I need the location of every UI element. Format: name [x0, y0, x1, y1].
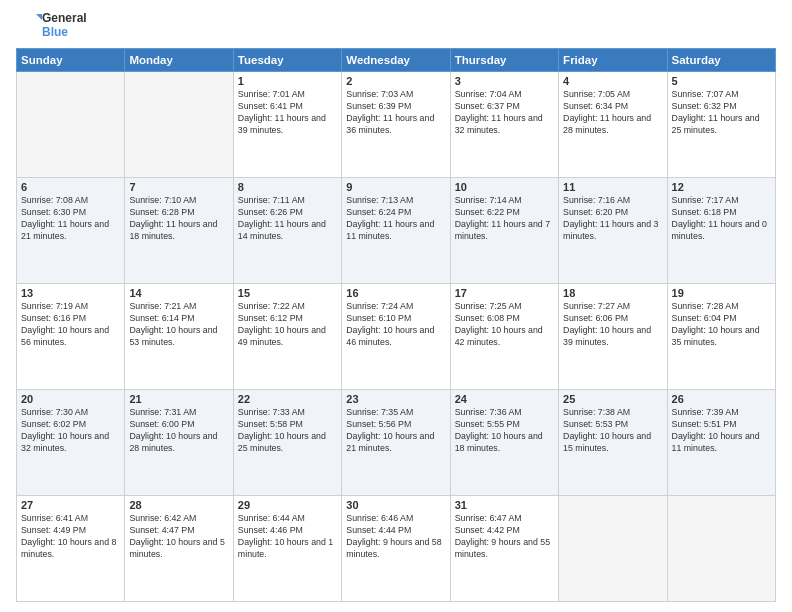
calendar-cell: 31Sunrise: 6:47 AMSunset: 4:42 PMDayligh… — [450, 496, 558, 602]
cell-info: Daylight: 11 hours and 36 minutes. — [346, 113, 445, 137]
cell-info: Sunset: 6:14 PM — [129, 313, 228, 325]
calendar-cell — [667, 496, 775, 602]
cell-info: Sunrise: 7:10 AM — [129, 195, 228, 207]
day-number: 15 — [238, 287, 337, 299]
cell-info: Daylight: 9 hours and 55 minutes. — [455, 537, 554, 561]
cell-info: Daylight: 11 hours and 7 minutes. — [455, 219, 554, 243]
cell-info: Sunset: 6:37 PM — [455, 101, 554, 113]
day-number: 28 — [129, 499, 228, 511]
calendar-cell: 24Sunrise: 7:36 AMSunset: 5:55 PMDayligh… — [450, 390, 558, 496]
cell-info: Sunrise: 7:16 AM — [563, 195, 662, 207]
day-header-sunday: Sunday — [17, 49, 125, 72]
day-header-monday: Monday — [125, 49, 233, 72]
day-number: 14 — [129, 287, 228, 299]
logo-general-text: General — [42, 12, 87, 26]
cell-info: Daylight: 11 hours and 25 minutes. — [672, 113, 771, 137]
calendar-cell: 25Sunrise: 7:38 AMSunset: 5:53 PMDayligh… — [559, 390, 667, 496]
calendar-cell: 7Sunrise: 7:10 AMSunset: 6:28 PMDaylight… — [125, 178, 233, 284]
day-number: 17 — [455, 287, 554, 299]
cell-info: Daylight: 11 hours and 28 minutes. — [563, 113, 662, 137]
day-number: 2 — [346, 75, 445, 87]
calendar-cell: 10Sunrise: 7:14 AMSunset: 6:22 PMDayligh… — [450, 178, 558, 284]
day-header-saturday: Saturday — [667, 49, 775, 72]
calendar-cell: 22Sunrise: 7:33 AMSunset: 5:58 PMDayligh… — [233, 390, 341, 496]
cell-info: Daylight: 11 hours and 21 minutes. — [21, 219, 120, 243]
cell-info: Sunrise: 7:22 AM — [238, 301, 337, 313]
day-number: 9 — [346, 181, 445, 193]
cell-info: Sunrise: 7:14 AM — [455, 195, 554, 207]
cell-info: Sunset: 6:18 PM — [672, 207, 771, 219]
day-number: 27 — [21, 499, 120, 511]
cell-info: Sunrise: 7:25 AM — [455, 301, 554, 313]
calendar-cell — [17, 72, 125, 178]
day-header-thursday: Thursday — [450, 49, 558, 72]
calendar-cell: 26Sunrise: 7:39 AMSunset: 5:51 PMDayligh… — [667, 390, 775, 496]
cell-info: Sunrise: 7:35 AM — [346, 407, 445, 419]
cell-info: Sunrise: 7:01 AM — [238, 89, 337, 101]
cell-info: Sunset: 5:56 PM — [346, 419, 445, 431]
cell-info: Sunset: 6:10 PM — [346, 313, 445, 325]
calendar-cell: 21Sunrise: 7:31 AMSunset: 6:00 PMDayligh… — [125, 390, 233, 496]
calendar-cell: 29Sunrise: 6:44 AMSunset: 4:46 PMDayligh… — [233, 496, 341, 602]
calendar-cell: 3Sunrise: 7:04 AMSunset: 6:37 PMDaylight… — [450, 72, 558, 178]
calendar-cell: 4Sunrise: 7:05 AMSunset: 6:34 PMDaylight… — [559, 72, 667, 178]
cell-info: Sunrise: 7:24 AM — [346, 301, 445, 313]
logo-blue-text: Blue — [42, 26, 87, 40]
cell-info: Daylight: 10 hours and 18 minutes. — [455, 431, 554, 455]
header-row: SundayMondayTuesdayWednesdayThursdayFrid… — [17, 49, 776, 72]
calendar-cell: 18Sunrise: 7:27 AMSunset: 6:06 PMDayligh… — [559, 284, 667, 390]
cell-info: Sunset: 5:55 PM — [455, 419, 554, 431]
cell-info: Sunrise: 7:08 AM — [21, 195, 120, 207]
cell-info: Daylight: 10 hours and 39 minutes. — [563, 325, 662, 349]
cell-info: Daylight: 11 hours and 39 minutes. — [238, 113, 337, 137]
day-number: 22 — [238, 393, 337, 405]
cell-info: Sunrise: 7:28 AM — [672, 301, 771, 313]
week-row-4: 20Sunrise: 7:30 AMSunset: 6:02 PMDayligh… — [17, 390, 776, 496]
cell-info: Daylight: 11 hours and 3 minutes. — [563, 219, 662, 243]
day-number: 13 — [21, 287, 120, 299]
logo: General Blue — [16, 12, 87, 40]
day-number: 6 — [21, 181, 120, 193]
day-number: 3 — [455, 75, 554, 87]
calendar-cell: 9Sunrise: 7:13 AMSunset: 6:24 PMDaylight… — [342, 178, 450, 284]
cell-info: Sunrise: 6:47 AM — [455, 513, 554, 525]
week-row-3: 13Sunrise: 7:19 AMSunset: 6:16 PMDayligh… — [17, 284, 776, 390]
day-number: 20 — [21, 393, 120, 405]
day-number: 5 — [672, 75, 771, 87]
cell-info: Daylight: 10 hours and 32 minutes. — [21, 431, 120, 455]
cell-info: Sunset: 6:28 PM — [129, 207, 228, 219]
cell-info: Sunset: 6:22 PM — [455, 207, 554, 219]
cell-info: Sunset: 6:26 PM — [238, 207, 337, 219]
day-header-wednesday: Wednesday — [342, 49, 450, 72]
cell-info: Sunset: 6:06 PM — [563, 313, 662, 325]
calendar-cell: 15Sunrise: 7:22 AMSunset: 6:12 PMDayligh… — [233, 284, 341, 390]
week-row-5: 27Sunrise: 6:41 AMSunset: 4:49 PMDayligh… — [17, 496, 776, 602]
calendar-cell: 17Sunrise: 7:25 AMSunset: 6:08 PMDayligh… — [450, 284, 558, 390]
calendar-cell: 6Sunrise: 7:08 AMSunset: 6:30 PMDaylight… — [17, 178, 125, 284]
cell-info: Sunrise: 7:38 AM — [563, 407, 662, 419]
calendar-cell: 19Sunrise: 7:28 AMSunset: 6:04 PMDayligh… — [667, 284, 775, 390]
cell-info: Sunset: 4:42 PM — [455, 525, 554, 537]
cell-info: Daylight: 10 hours and 56 minutes. — [21, 325, 120, 349]
day-number: 1 — [238, 75, 337, 87]
day-number: 26 — [672, 393, 771, 405]
cell-info: Daylight: 10 hours and 28 minutes. — [129, 431, 228, 455]
cell-info: Daylight: 10 hours and 25 minutes. — [238, 431, 337, 455]
day-number: 16 — [346, 287, 445, 299]
cell-info: Daylight: 10 hours and 35 minutes. — [672, 325, 771, 349]
cell-info: Daylight: 10 hours and 11 minutes. — [672, 431, 771, 455]
cell-info: Sunrise: 6:46 AM — [346, 513, 445, 525]
cell-info: Sunset: 5:51 PM — [672, 419, 771, 431]
calendar-cell: 23Sunrise: 7:35 AMSunset: 5:56 PMDayligh… — [342, 390, 450, 496]
cell-info: Sunset: 6:00 PM — [129, 419, 228, 431]
cell-info: Sunrise: 7:05 AM — [563, 89, 662, 101]
calendar-cell: 2Sunrise: 7:03 AMSunset: 6:39 PMDaylight… — [342, 72, 450, 178]
calendar-cell: 27Sunrise: 6:41 AMSunset: 4:49 PMDayligh… — [17, 496, 125, 602]
day-header-friday: Friday — [559, 49, 667, 72]
cell-info: Sunset: 5:53 PM — [563, 419, 662, 431]
cell-info: Sunrise: 6:41 AM — [21, 513, 120, 525]
cell-info: Daylight: 10 hours and 46 minutes. — [346, 325, 445, 349]
calendar-cell: 14Sunrise: 7:21 AMSunset: 6:14 PMDayligh… — [125, 284, 233, 390]
cell-info: Daylight: 10 hours and 42 minutes. — [455, 325, 554, 349]
cell-info: Daylight: 9 hours and 58 minutes. — [346, 537, 445, 561]
